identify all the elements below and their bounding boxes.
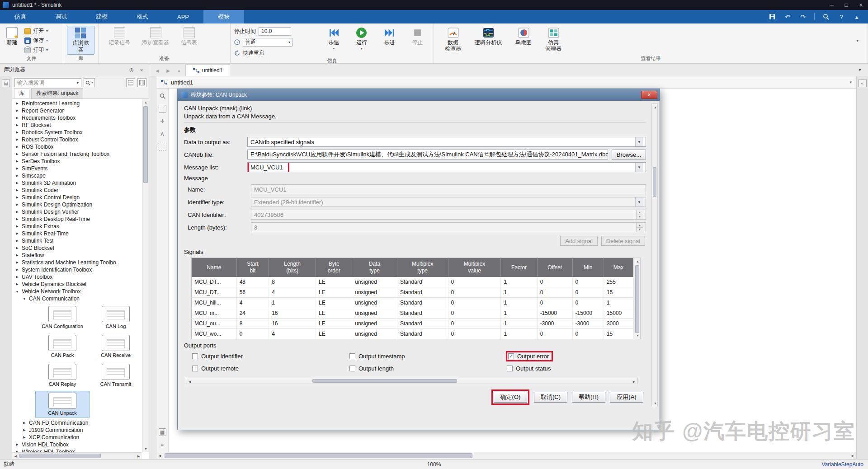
group-overflow-icon[interactable]: ▾: [851, 38, 864, 43]
dialog-button-应用-a-[interactable]: 应用(A): [610, 392, 643, 403]
palette-block-can-transmit[interactable]: CAN Transmit: [89, 362, 142, 388]
tree-item-simscape[interactable]: ▶Simscape: [12, 172, 142, 179]
signal-table-button[interactable]: 信号表: [178, 26, 200, 47]
table-row[interactable]: MCU_wo...04LEunsignedStandard010015: [192, 329, 633, 339]
model-hierarchy-icon[interactable]: ▤: [2, 79, 10, 87]
tree-item-simulink-desktop-real-time[interactable]: ▶Simulink Desktop Real-Time: [12, 216, 142, 223]
document-tab-untitled1[interactable]: untitled1: [185, 64, 230, 76]
dock-icon[interactable]: ◎: [128, 66, 135, 74]
palette-block-can-configuration[interactable]: CAN Configuration: [36, 305, 89, 330]
tree-item-vehicle-network-toolbox[interactable]: ▼Vehicle Network Toolbox: [12, 288, 142, 295]
checkbox-output-status[interactable]: Output status: [506, 365, 553, 372]
fit-view-icon[interactable]: [159, 105, 166, 113]
browse-button[interactable]: Browse...: [612, 150, 646, 159]
add-viewer-button[interactable]: 添加查看器: [139, 26, 172, 47]
tree-item-serdes-toolbox[interactable]: ▶SerDes Toolbox: [12, 158, 142, 165]
dialog-vertical-scrollbar[interactable]: ▲ ▼: [651, 103, 658, 407]
fast-restart-toggle[interactable]: 快速重启: [234, 48, 318, 57]
tree-item-statistics-and-machine-learning-toolbo-[interactable]: ▶Statistics and Machine Learning Toolbo.…: [12, 259, 142, 266]
library-browser-button[interactable]: 库浏览器: [67, 26, 94, 55]
panel-resize-gutter[interactable]: [149, 76, 156, 459]
dialog-button-确定-o-[interactable]: 确定(O): [494, 392, 527, 403]
checkbox-output-error[interactable]: ✓Output error: [506, 351, 553, 361]
delete-signal-button[interactable]: Delete signal: [601, 236, 645, 246]
tree-item-can-communication[interactable]: ▼CAN Communication: [12, 295, 142, 302]
step-forward-button[interactable]: 步进: [377, 26, 402, 47]
close-icon[interactable]: ×: [854, 0, 868, 10]
grid-view-button[interactable]: [137, 78, 146, 87]
pan-icon[interactable]: ✛: [159, 117, 166, 125]
ribbon-tab-app[interactable]: APP: [163, 10, 203, 23]
annotation-icon[interactable]: A: [159, 130, 166, 138]
data-to-output-select[interactable]: CANdb specified signals▼: [247, 137, 646, 147]
new-button[interactable]: 新建: [4, 26, 20, 47]
tree-item-sensor-fusion-and-tracking-toolbox[interactable]: ▶Sensor Fusion and Tracking Toolbox: [12, 150, 142, 158]
tree-item-vision-hdl-toolbox[interactable]: ▶Vision HDL Toolbox: [12, 441, 142, 448]
stop-button[interactable]: 停止: [405, 26, 430, 47]
tree-item-report-generator[interactable]: ▶Report Generator: [12, 107, 142, 114]
canvas-horizontal-scrollbar[interactable]: ◀ ▶: [156, 452, 856, 459]
tree-item-vehicle-dynamics-blockset[interactable]: ▶Vehicle Dynamics Blockset: [12, 281, 142, 288]
open-button[interactable]: 打开▾: [23, 27, 49, 35]
tree-item-can-fd-communication[interactable]: ▶CAN FD Communication: [12, 419, 142, 427]
message-list-select[interactable]: MCU_VCU1▼: [247, 162, 646, 172]
checkbox-output-identifier[interactable]: Output identifier: [191, 351, 245, 361]
tree-item-robust-control-toolbox[interactable]: ▶Robust Control Toolbox: [12, 136, 142, 143]
tree-item-stateflow[interactable]: ▶Stateflow: [12, 252, 142, 259]
ribbon-tab-建模[interactable]: 建模: [81, 10, 122, 23]
step-back-button[interactable]: 步退 ▾: [321, 26, 346, 52]
list-view-button[interactable]: [126, 78, 135, 87]
search-input[interactable]: 输入搜索词▾: [14, 78, 81, 87]
hide-toolstrip-icon[interactable]: »: [159, 441, 166, 448]
save-icon[interactable]: [768, 13, 776, 21]
table-row[interactable]: MCU_DT...488LEunsignedStandard0100255: [192, 277, 633, 287]
tree-item-system-identification-toolbox[interactable]: ▶System Identification Toolbox: [12, 266, 142, 273]
tree-item-simulink-test[interactable]: ▶Simulink Test: [12, 237, 142, 244]
log-signals-button[interactable]: 记录信号: [106, 26, 133, 47]
simulation-mode-select[interactable]: 普通▾: [243, 38, 292, 47]
tree-item-soc-blockset[interactable]: ▶SoC Blockset: [12, 244, 142, 252]
checkbox-output-remote[interactable]: Output remote: [191, 365, 241, 372]
table-vertical-scrollbar[interactable]: ▲ ▼: [634, 258, 641, 339]
tree-item-simulink-coder[interactable]: ▶Simulink Coder: [12, 187, 142, 194]
status-solver[interactable]: VariableStepAuto: [821, 461, 863, 468]
save-button[interactable]: 保存▾: [23, 36, 49, 45]
ribbon-tab-仿真[interactable]: 仿真: [0, 10, 41, 23]
tree-item-simulink-control-design[interactable]: ▶Simulink Control Design: [12, 194, 142, 201]
back-icon[interactable]: ◀: [153, 65, 162, 76]
tree-item-wireless-hdl-toolbox[interactable]: ▶Wireless HDL Toolbox: [12, 448, 142, 452]
checkbox-output-length[interactable]: Output length: [349, 365, 396, 372]
palette-block-can-unpack[interactable]: CAN Unpack: [36, 391, 89, 417]
zoom-icon[interactable]: [159, 92, 166, 100]
add-signal-button[interactable]: Add signal: [560, 236, 598, 246]
undo-icon[interactable]: ↶: [783, 13, 792, 21]
search-button[interactable]: ▾: [84, 78, 95, 87]
checkbox-output-timestamp[interactable]: Output timestamp: [349, 351, 408, 361]
breadcrumb-options-icon[interactable]: ▾: [849, 80, 852, 84]
palette-block-can-pack[interactable]: CAN Pack: [36, 333, 89, 359]
print-button[interactable]: 打印▾: [23, 46, 49, 54]
dialog-titlebar[interactable]: 模块参数: CAN Unpack ×: [178, 89, 660, 101]
table-row[interactable]: MCU_DT...564LEunsignedStandard010015: [192, 287, 633, 298]
birds-eye-button[interactable]: 鸟瞰图: [513, 26, 534, 47]
table-row[interactable]: MCU_ou...816LEunsignedStandard01-3000-30…: [192, 319, 633, 329]
tree-item-requirements-toolbox[interactable]: ▶Requirements Toolbox: [12, 114, 142, 122]
simulation-manager-button[interactable]: 仿真 管理器: [542, 26, 564, 54]
forward-icon[interactable]: ▶: [164, 65, 173, 76]
tab-library[interactable]: 库: [14, 88, 29, 98]
tree-item-simulink-real-time[interactable]: ▶Simulink Real-Time: [12, 230, 142, 237]
dialog-button-取消-c-[interactable]: 取消(C): [534, 392, 567, 403]
collapse-ribbon-icon[interactable]: ▴: [853, 13, 861, 21]
ribbon-tab-模块[interactable]: 模块: [203, 10, 244, 23]
tree-item-rf-blockset[interactable]: ▶RF Blockset: [12, 122, 142, 129]
up-icon[interactable]: ▲: [175, 65, 184, 76]
palette-block-can-receive[interactable]: CAN Receive: [89, 333, 142, 359]
tree-item-reinforcement-learning[interactable]: ▶Reinforcement Learning: [12, 100, 142, 107]
candb-file-input[interactable]: E:\BaiduSyncdisk\VCU应用软件开发\Simulink建模、代码…: [247, 150, 608, 159]
tree-item-ros-toolbox[interactable]: ▶ROS Toolbox: [12, 143, 142, 150]
redo-icon[interactable]: ↷: [799, 13, 807, 21]
stop-time-input[interactable]: 10.0: [259, 27, 291, 36]
help-icon[interactable]: ?: [837, 13, 845, 21]
table-row[interactable]: MCU_m...2416LEunsignedStandard01-15000-1…: [192, 308, 633, 319]
tree-item-xcp-communication[interactable]: ▶XCP Communication: [12, 434, 142, 441]
